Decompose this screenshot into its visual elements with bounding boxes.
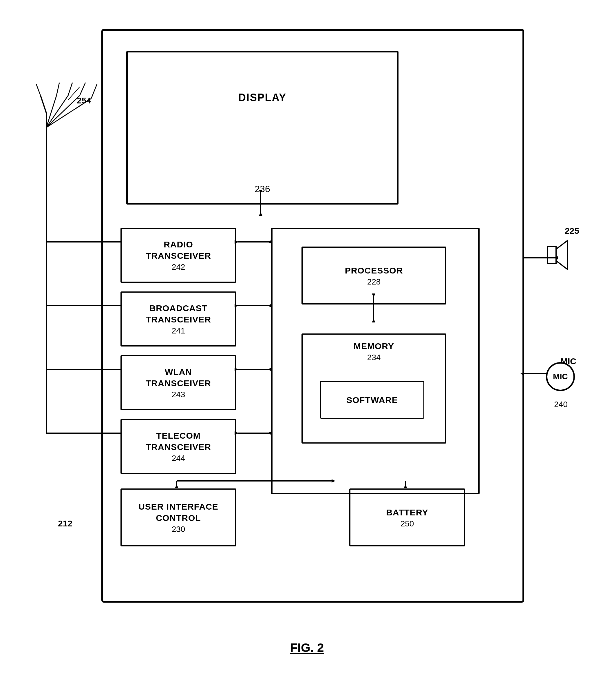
software-box: SOFTWARE (320, 381, 424, 419)
svg-line-1 (41, 96, 46, 113)
memory-label: MEMORY (354, 340, 394, 352)
device-callout: 212 (58, 519, 73, 529)
wlan-transceiver-label: WLANTRANSCEIVER (146, 366, 211, 389)
mic-circle: MIC (546, 362, 575, 391)
radio-transceiver-box: RADIOTRANSCEIVER 242 (121, 228, 236, 283)
figure-caption: FIG. 2 (290, 641, 324, 655)
display-label: DISPLAY (238, 92, 287, 104)
telecom-transceiver-box: TELECOMTRANSCEIVER 244 (121, 419, 236, 474)
svg-line-4 (57, 83, 59, 96)
svg-line-5 (46, 96, 68, 127)
svg-line-2 (36, 84, 41, 96)
telecom-transceiver-number: 244 (172, 454, 185, 463)
wlan-transceiver-number: 243 (172, 390, 185, 399)
radio-transceiver-number: 242 (172, 262, 185, 272)
svg-line-8 (80, 83, 85, 96)
device-box: DISPLAY 236 PROCESSOR 228 MEMORY 234 SOF… (101, 29, 524, 602)
battery-label: BATTERY (386, 507, 428, 518)
svg-line-7 (46, 96, 80, 127)
processor-number: 228 (367, 277, 381, 286)
memory-box: MEMORY 234 SOFTWARE (302, 334, 446, 443)
svg-line-10 (91, 84, 97, 99)
uic-box: USER INTERFACECONTROL 230 (121, 489, 236, 547)
battery-box: BATTERY 250 (349, 489, 465, 547)
uic-number: 230 (172, 525, 185, 534)
telecom-transceiver-label: TELECOMTRANSCEIVER (146, 430, 211, 453)
battery-number: 250 (401, 519, 414, 529)
display-number: 236 (254, 184, 270, 194)
central-box: PROCESSOR 228 MEMORY 234 SOFTWARE (271, 228, 479, 494)
memory-number: 234 (367, 353, 381, 362)
broadcast-transceiver-label: BROADCASTTRANSCEIVER (146, 302, 211, 325)
processor-label: PROCESSOR (345, 265, 403, 276)
broadcast-transceiver-number: 241 (172, 326, 185, 336)
broadcast-transceiver-box: BROADCASTTRANSCEIVER 241 (121, 292, 236, 346)
diagram-container: DISPLAY 236 PROCESSOR 228 MEMORY 234 SOF… (23, 17, 591, 660)
svg-line-3 (46, 96, 57, 127)
mic-number-callout: 240 (554, 400, 568, 409)
processor-box: PROCESSOR 228 (302, 246, 446, 304)
svg-marker-46 (556, 240, 568, 270)
speaker-callout: 225 (565, 226, 579, 236)
wlan-transceiver-box: WLANTRANSCEIVER 243 (121, 355, 236, 410)
uic-label: USER INTERFACECONTROL (139, 501, 218, 523)
radio-transceiver-label: RADIOTRANSCEIVER (146, 239, 211, 261)
antenna-callout: 254 (77, 96, 91, 105)
display-box: DISPLAY 236 (126, 51, 398, 204)
svg-rect-45 (547, 246, 556, 264)
software-label: SOFTWARE (346, 394, 398, 405)
speaker-icon (545, 238, 576, 272)
svg-line-6 (68, 83, 73, 96)
